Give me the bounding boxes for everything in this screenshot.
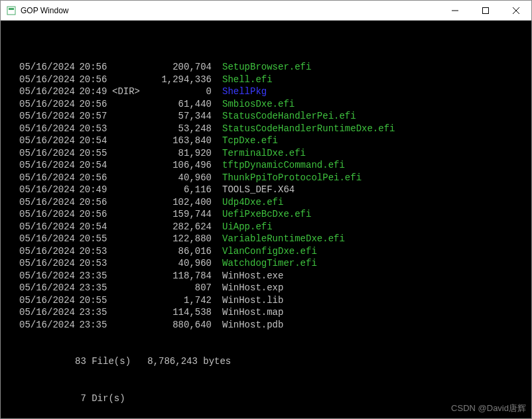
file-name: TcpDxe.efi (222, 135, 278, 147)
file-size: 106,496 (145, 159, 212, 172)
file-date: 05/16/2024 (19, 294, 74, 307)
list-item: 05/16/2024 20:496,116 TOOLS_DEF.X64 (19, 184, 526, 196)
list-item: 05/16/2024 20:551,742 WinHost.lib (19, 294, 526, 307)
app-window: GOP Window 05/16/2024 20:56200,704 Setup… (0, 0, 532, 419)
list-item: 05/16/2024 20:56102,400 Udp4Dxe.efi (19, 196, 526, 209)
file-size: 53,248 (145, 123, 212, 135)
list-item: 05/16/2024 20:54106,496 tftpDynamicComma… (19, 159, 526, 172)
list-item: 05/16/2024 20:5581,920 TerminalDxe.efi (19, 147, 526, 160)
dir-flag (112, 294, 145, 307)
dir-flag (112, 74, 145, 86)
file-date: 05/16/2024 (19, 270, 74, 282)
file-name: Shell.efi (222, 74, 273, 86)
maximize-button[interactable] (470, 1, 501, 20)
dir-flag: <DIR> (112, 86, 145, 98)
file-size: 122,880 (145, 233, 212, 245)
file-name: Udp4Dxe.efi (222, 196, 283, 209)
dir-flag (112, 306, 145, 319)
file-name: UiApp.efi (222, 221, 273, 233)
terminal-area[interactable]: 05/16/2024 20:56200,704 SetupBrowser.efi… (1, 21, 531, 418)
file-name: ThunkPpiToProtocolPei.efi (222, 172, 362, 184)
file-date: 05/16/2024 (19, 147, 74, 160)
file-date: 05/16/2024 (19, 61, 74, 74)
file-time: 20:53 (74, 257, 112, 270)
file-date: 05/16/2024 (19, 196, 74, 209)
file-name: WinHost.exp (222, 282, 283, 294)
file-name: SetupBrowser.efi (222, 61, 311, 74)
summary-files: 83 File(s) 8,786,243 bytes (19, 355, 526, 368)
file-date: 05/16/2024 (19, 135, 74, 147)
file-listing: 05/16/2024 20:56200,704 SetupBrowser.efi… (19, 61, 526, 331)
svg-rect-3 (483, 7, 489, 13)
file-name: TerminalDxe.efi (222, 147, 306, 160)
dir-flag (112, 257, 145, 270)
file-time: 20:53 (74, 245, 112, 258)
svg-rect-0 (7, 7, 15, 15)
close-button[interactable] (501, 1, 531, 20)
file-name: WinHost.pdb (222, 319, 283, 331)
file-date: 05/16/2024 (19, 233, 74, 245)
file-date: 05/16/2024 (19, 208, 74, 221)
file-size: 1,742 (145, 294, 212, 307)
file-date: 05/16/2024 (19, 98, 74, 111)
list-item: 05/16/2024 20:561,294,336 Shell.efi (19, 74, 526, 86)
file-time: 20:56 (74, 196, 112, 209)
list-item: 05/16/2024 20:5757,344 StatusCodeHandler… (19, 110, 526, 123)
list-item: 05/16/2024 23:35118,784 WinHost.exe (19, 270, 526, 282)
app-icon (6, 5, 17, 16)
file-size: 0 (145, 86, 212, 98)
file-size: 118,784 (145, 270, 212, 282)
file-name: StatusCodeHandlerRuntimeDxe.efi (222, 123, 395, 135)
file-size: 40,960 (145, 172, 212, 184)
file-name: StatusCodeHandlerPei.efi (222, 110, 356, 123)
dir-flag (112, 184, 145, 196)
file-date: 05/16/2024 (19, 110, 74, 123)
list-item: 05/16/2024 23:35880,640 WinHost.pdb (19, 319, 526, 331)
file-date: 05/16/2024 (19, 221, 74, 233)
file-size: 57,344 (145, 110, 212, 123)
file-size: 81,920 (145, 147, 212, 160)
dir-flag (112, 172, 145, 184)
summary-dirs: 7 Dir(s) (19, 392, 526, 405)
file-time: 20:49 (74, 86, 112, 98)
dir-flag (112, 123, 145, 135)
file-time: 20:55 (74, 233, 112, 245)
titlebar[interactable]: GOP Window (1, 1, 531, 21)
file-date: 05/16/2024 (19, 257, 74, 270)
dir-flag (112, 221, 145, 233)
list-item: 05/16/2024 20:5340,960 WatchdogTimer.efi (19, 257, 526, 270)
file-time: 23:35 (74, 306, 112, 319)
list-item: 05/16/2024 23:35807 WinHost.exp (19, 282, 526, 294)
list-item: 05/16/2024 20:56200,704 SetupBrowser.efi (19, 61, 526, 74)
file-time: 23:35 (74, 270, 112, 282)
file-time: 20:55 (74, 147, 112, 160)
file-time: 23:35 (74, 319, 112, 331)
file-size: 163,840 (145, 135, 212, 147)
dir-flag (112, 319, 145, 331)
file-time: 20:54 (74, 221, 112, 233)
dir-flag (112, 233, 145, 245)
file-time: 20:54 (74, 159, 112, 172)
dir-flag (112, 147, 145, 160)
dir-flag (112, 196, 145, 209)
window-title: GOP Window (21, 6, 440, 15)
dir-flag (112, 61, 145, 74)
minimize-button[interactable] (440, 1, 470, 20)
list-item: 05/16/2024 20:5386,016 VlanConfigDxe.efi (19, 245, 526, 258)
file-date: 05/16/2024 (19, 74, 74, 86)
file-date: 05/16/2024 (19, 184, 74, 196)
file-date: 05/16/2024 (19, 282, 74, 294)
file-size: 40,960 (145, 257, 212, 270)
list-item: 05/16/2024 20:5353,248 StatusCodeHandler… (19, 123, 526, 135)
file-date: 05/16/2024 (19, 172, 74, 184)
watermark: CSDN @David唐辉 (451, 402, 526, 415)
file-size: 807 (145, 282, 212, 294)
dir-flag (112, 159, 145, 172)
file-name: tftpDynamicCommand.efi (222, 159, 345, 172)
file-size: 159,744 (145, 208, 212, 221)
dir-flag (112, 98, 145, 111)
file-date: 05/16/2024 (19, 306, 74, 319)
list-item: 05/16/2024 20:54163,840 TcpDxe.efi (19, 135, 526, 147)
file-name: WinHost.lib (222, 294, 283, 307)
file-name: WinHost.map (222, 306, 283, 319)
